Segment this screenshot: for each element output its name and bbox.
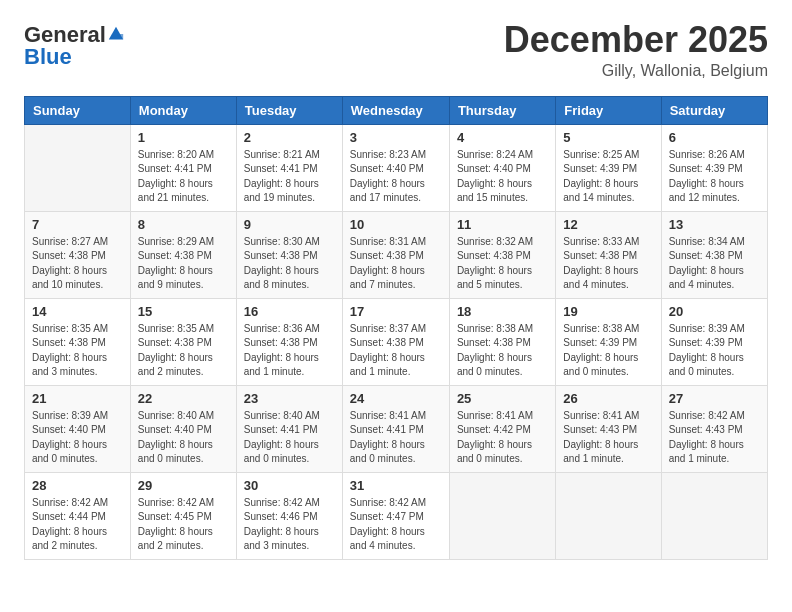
- day-info: Sunrise: 8:27 AMSunset: 4:38 PMDaylight:…: [32, 235, 123, 293]
- day-info: Sunrise: 8:23 AMSunset: 4:40 PMDaylight:…: [350, 148, 442, 206]
- day-info: Sunrise: 8:38 AMSunset: 4:38 PMDaylight:…: [457, 322, 548, 380]
- day-info: Sunrise: 8:42 AMSunset: 4:45 PMDaylight:…: [138, 496, 229, 554]
- day-number: 9: [244, 217, 335, 232]
- calendar-cell: 22Sunrise: 8:40 AMSunset: 4:40 PMDayligh…: [130, 385, 236, 472]
- calendar-cell: 24Sunrise: 8:41 AMSunset: 4:41 PMDayligh…: [342, 385, 449, 472]
- calendar-cell: [661, 472, 767, 559]
- day-number: 30: [244, 478, 335, 493]
- day-info: Sunrise: 8:26 AMSunset: 4:39 PMDaylight:…: [669, 148, 760, 206]
- calendar-cell: 16Sunrise: 8:36 AMSunset: 4:38 PMDayligh…: [236, 298, 342, 385]
- logo-blue-text: Blue: [24, 44, 72, 69]
- day-info: Sunrise: 8:42 AMSunset: 4:47 PMDaylight:…: [350, 496, 442, 554]
- day-number: 5: [563, 130, 653, 145]
- day-number: 19: [563, 304, 653, 319]
- calendar-cell: 25Sunrise: 8:41 AMSunset: 4:42 PMDayligh…: [449, 385, 555, 472]
- day-number: 4: [457, 130, 548, 145]
- day-info: Sunrise: 8:34 AMSunset: 4:38 PMDaylight:…: [669, 235, 760, 293]
- day-number: 23: [244, 391, 335, 406]
- day-number: 8: [138, 217, 229, 232]
- logo-general-text: General: [24, 24, 106, 46]
- day-header-friday: Friday: [556, 96, 661, 124]
- calendar-week-5: 28Sunrise: 8:42 AMSunset: 4:44 PMDayligh…: [25, 472, 768, 559]
- day-header-wednesday: Wednesday: [342, 96, 449, 124]
- day-number: 1: [138, 130, 229, 145]
- day-number: 17: [350, 304, 442, 319]
- calendar-cell: 12Sunrise: 8:33 AMSunset: 4:38 PMDayligh…: [556, 211, 661, 298]
- logo: General Blue: [24, 24, 125, 68]
- calendar-cell: 28Sunrise: 8:42 AMSunset: 4:44 PMDayligh…: [25, 472, 131, 559]
- day-info: Sunrise: 8:41 AMSunset: 4:41 PMDaylight:…: [350, 409, 442, 467]
- month-year-title: December 2025: [504, 20, 768, 60]
- day-info: Sunrise: 8:35 AMSunset: 4:38 PMDaylight:…: [138, 322, 229, 380]
- day-header-tuesday: Tuesday: [236, 96, 342, 124]
- calendar-header-row: SundayMondayTuesdayWednesdayThursdayFrid…: [25, 96, 768, 124]
- calendar-cell: 9Sunrise: 8:30 AMSunset: 4:38 PMDaylight…: [236, 211, 342, 298]
- calendar-week-2: 7Sunrise: 8:27 AMSunset: 4:38 PMDaylight…: [25, 211, 768, 298]
- day-info: Sunrise: 8:25 AMSunset: 4:39 PMDaylight:…: [563, 148, 653, 206]
- day-number: 12: [563, 217, 653, 232]
- day-header-thursday: Thursday: [449, 96, 555, 124]
- calendar-cell: [25, 124, 131, 211]
- calendar-cell: 27Sunrise: 8:42 AMSunset: 4:43 PMDayligh…: [661, 385, 767, 472]
- day-info: Sunrise: 8:21 AMSunset: 4:41 PMDaylight:…: [244, 148, 335, 206]
- calendar-table: SundayMondayTuesdayWednesdayThursdayFrid…: [24, 96, 768, 560]
- day-info: Sunrise: 8:38 AMSunset: 4:39 PMDaylight:…: [563, 322, 653, 380]
- day-info: Sunrise: 8:41 AMSunset: 4:43 PMDaylight:…: [563, 409, 653, 467]
- day-number: 27: [669, 391, 760, 406]
- day-number: 20: [669, 304, 760, 319]
- day-number: 31: [350, 478, 442, 493]
- calendar-cell: 4Sunrise: 8:24 AMSunset: 4:40 PMDaylight…: [449, 124, 555, 211]
- calendar-cell: [556, 472, 661, 559]
- page-header: General Blue December 2025 Gilly, Wallon…: [24, 20, 768, 80]
- calendar-cell: 5Sunrise: 8:25 AMSunset: 4:39 PMDaylight…: [556, 124, 661, 211]
- day-number: 16: [244, 304, 335, 319]
- day-header-sunday: Sunday: [25, 96, 131, 124]
- day-info: Sunrise: 8:35 AMSunset: 4:38 PMDaylight:…: [32, 322, 123, 380]
- day-info: Sunrise: 8:30 AMSunset: 4:38 PMDaylight:…: [244, 235, 335, 293]
- day-info: Sunrise: 8:40 AMSunset: 4:41 PMDaylight:…: [244, 409, 335, 467]
- calendar-cell: 2Sunrise: 8:21 AMSunset: 4:41 PMDaylight…: [236, 124, 342, 211]
- day-number: 14: [32, 304, 123, 319]
- day-info: Sunrise: 8:40 AMSunset: 4:40 PMDaylight:…: [138, 409, 229, 467]
- day-info: Sunrise: 8:41 AMSunset: 4:42 PMDaylight:…: [457, 409, 548, 467]
- day-header-monday: Monday: [130, 96, 236, 124]
- day-info: Sunrise: 8:31 AMSunset: 4:38 PMDaylight:…: [350, 235, 442, 293]
- day-number: 26: [563, 391, 653, 406]
- calendar-cell: 6Sunrise: 8:26 AMSunset: 4:39 PMDaylight…: [661, 124, 767, 211]
- calendar-cell: 19Sunrise: 8:38 AMSunset: 4:39 PMDayligh…: [556, 298, 661, 385]
- calendar-cell: 21Sunrise: 8:39 AMSunset: 4:40 PMDayligh…: [25, 385, 131, 472]
- calendar-cell: 30Sunrise: 8:42 AMSunset: 4:46 PMDayligh…: [236, 472, 342, 559]
- logo-icon: [107, 25, 125, 43]
- calendar-cell: 7Sunrise: 8:27 AMSunset: 4:38 PMDaylight…: [25, 211, 131, 298]
- location-subtitle: Gilly, Wallonia, Belgium: [504, 62, 768, 80]
- calendar-cell: 3Sunrise: 8:23 AMSunset: 4:40 PMDaylight…: [342, 124, 449, 211]
- calendar-week-1: 1Sunrise: 8:20 AMSunset: 4:41 PMDaylight…: [25, 124, 768, 211]
- title-block: December 2025 Gilly, Wallonia, Belgium: [504, 20, 768, 80]
- calendar-cell: 29Sunrise: 8:42 AMSunset: 4:45 PMDayligh…: [130, 472, 236, 559]
- day-info: Sunrise: 8:42 AMSunset: 4:46 PMDaylight:…: [244, 496, 335, 554]
- calendar-week-4: 21Sunrise: 8:39 AMSunset: 4:40 PMDayligh…: [25, 385, 768, 472]
- day-info: Sunrise: 8:33 AMSunset: 4:38 PMDaylight:…: [563, 235, 653, 293]
- day-info: Sunrise: 8:20 AMSunset: 4:41 PMDaylight:…: [138, 148, 229, 206]
- calendar-cell: 18Sunrise: 8:38 AMSunset: 4:38 PMDayligh…: [449, 298, 555, 385]
- calendar-cell: 31Sunrise: 8:42 AMSunset: 4:47 PMDayligh…: [342, 472, 449, 559]
- day-number: 21: [32, 391, 123, 406]
- day-number: 7: [32, 217, 123, 232]
- day-number: 22: [138, 391, 229, 406]
- calendar-cell: 15Sunrise: 8:35 AMSunset: 4:38 PMDayligh…: [130, 298, 236, 385]
- day-info: Sunrise: 8:42 AMSunset: 4:43 PMDaylight:…: [669, 409, 760, 467]
- day-number: 3: [350, 130, 442, 145]
- day-number: 2: [244, 130, 335, 145]
- day-number: 13: [669, 217, 760, 232]
- calendar-cell: 8Sunrise: 8:29 AMSunset: 4:38 PMDaylight…: [130, 211, 236, 298]
- day-info: Sunrise: 8:36 AMSunset: 4:38 PMDaylight:…: [244, 322, 335, 380]
- calendar-week-3: 14Sunrise: 8:35 AMSunset: 4:38 PMDayligh…: [25, 298, 768, 385]
- calendar-cell: 10Sunrise: 8:31 AMSunset: 4:38 PMDayligh…: [342, 211, 449, 298]
- day-number: 28: [32, 478, 123, 493]
- calendar-cell: 13Sunrise: 8:34 AMSunset: 4:38 PMDayligh…: [661, 211, 767, 298]
- day-info: Sunrise: 8:39 AMSunset: 4:39 PMDaylight:…: [669, 322, 760, 380]
- day-number: 24: [350, 391, 442, 406]
- day-header-saturday: Saturday: [661, 96, 767, 124]
- calendar-cell: [449, 472, 555, 559]
- calendar-cell: 11Sunrise: 8:32 AMSunset: 4:38 PMDayligh…: [449, 211, 555, 298]
